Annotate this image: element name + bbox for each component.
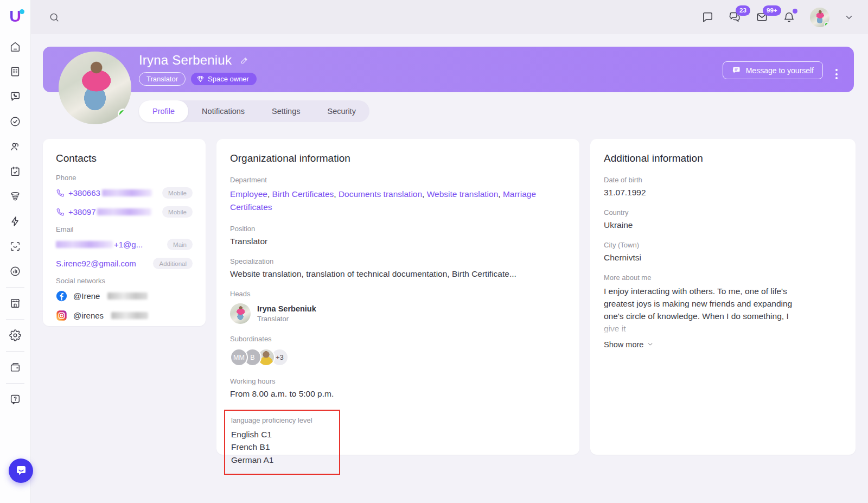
position-section: Position Translator: [230, 225, 566, 246]
phone-label: Phone: [56, 174, 193, 182]
tab-profile[interactable]: Profile: [139, 100, 188, 122]
position-label: Position: [230, 225, 566, 233]
notification-dot: [793, 9, 797, 14]
email-row: +1@g... Main: [56, 239, 193, 250]
department-link[interactable]: Employee: [230, 189, 267, 199]
sidebar-item-messenger[interactable]: [0, 84, 31, 109]
comment-bubble-icon: [701, 11, 714, 23]
support-chat-widget[interactable]: [9, 459, 33, 483]
head-person[interactable]: Iryna Serbeniuk Translator: [230, 303, 566, 324]
email-tag: Main: [167, 239, 193, 250]
about-section: More about me I enjoy interacting with o…: [604, 273, 842, 349]
email-link[interactable]: +1@g...: [114, 240, 143, 249]
head-avatar: [230, 303, 251, 324]
organizational-card: Organizational information Department Em…: [216, 139, 579, 455]
building-icon: [9, 66, 21, 78]
profile-photo[interactable]: [59, 52, 131, 124]
more-options-button[interactable]: [833, 67, 840, 81]
edit-name-button[interactable]: [240, 56, 249, 65]
phone-link[interactable]: +380663: [68, 188, 100, 198]
phone-row: +38097 Mobile: [56, 206, 193, 218]
facebook-handle: @Irene: [73, 291, 100, 301]
sidebar-item-help[interactable]: [0, 387, 31, 412]
city-value: Chernivtsi: [604, 253, 842, 263]
sidebar-nav: [0, 34, 31, 412]
phone-row: +380663 Mobile: [56, 187, 193, 199]
calendar-check-icon: [9, 165, 21, 177]
phone-link[interactable]: +38097: [68, 207, 95, 217]
specialization-section: Specialization Website translation, tran…: [230, 257, 566, 279]
sidebar-item-automations[interactable]: [0, 209, 31, 234]
redacted-handle: [107, 292, 148, 300]
language-item: English C1: [231, 428, 333, 441]
subordinates-label: Subordinates: [230, 335, 566, 343]
sidebar-item-tasks[interactable]: [0, 109, 31, 134]
account-menu-button[interactable]: [844, 12, 854, 22]
chevron-down-icon: [647, 341, 654, 348]
sidebar-item-calendar[interactable]: [0, 159, 31, 184]
message-to-yourself-button[interactable]: Message to yourself: [723, 61, 823, 79]
instagram-handle: @irenes: [73, 311, 104, 320]
department-link[interactable]: Documents translation: [339, 189, 422, 199]
sidebar-item-newsfeed[interactable]: [0, 59, 31, 84]
notifications-button[interactable]: [783, 11, 795, 23]
instagram-row[interactable]: @irenes: [56, 310, 193, 321]
facebook-icon: [56, 290, 67, 302]
heads-section: Heads Iryna Serbeniuk Translator: [230, 290, 566, 324]
sidebar-item-face-id[interactable]: [0, 234, 31, 259]
specialization-value: Website translation, translation of tech…: [230, 269, 566, 279]
mail-badge: 99+: [763, 5, 781, 16]
tab-security[interactable]: Security: [314, 100, 369, 122]
topbar: 23 99+: [31, 0, 868, 34]
redacted-phone: [97, 208, 151, 215]
subordinates-avatars: MM B +3: [230, 348, 566, 366]
contacts-title: Contacts: [56, 152, 193, 164]
text-fade-overlay: [604, 322, 795, 335]
sidebar-divider: [6, 383, 24, 384]
subordinates-section: Subordinates MM B +3: [230, 335, 566, 366]
facebook-row[interactable]: @Irene: [56, 290, 193, 302]
country-value: Ukraine: [604, 220, 842, 230]
department-link[interactable]: Birth Certificates: [272, 189, 334, 199]
language-item: German A1: [231, 454, 333, 466]
country-section: Country Ukraine: [604, 208, 842, 230]
sidebar-item-marketplace[interactable]: [0, 291, 31, 316]
show-more-button[interactable]: Show more: [604, 340, 654, 349]
additional-card: Additional information Date of birth 31.…: [590, 139, 856, 455]
email-label: Email: [56, 225, 193, 233]
email-link[interactable]: S.irene92@gmail.com: [56, 259, 136, 268]
language-proficiency-highlight: language proficiency level English C1 Fr…: [224, 410, 340, 475]
app-logo[interactable]: U: [5, 7, 25, 26]
search-button[interactable]: [49, 12, 60, 23]
chats-badge: 23: [736, 5, 750, 16]
sidebar-divider: [6, 351, 24, 352]
pencil-icon: [240, 56, 249, 65]
organizational-title: Organizational information: [230, 152, 566, 164]
home-icon: [9, 41, 21, 53]
sidebar-item-crm[interactable]: [0, 184, 31, 209]
logo-dot: [20, 9, 24, 14]
funnel-layers-icon: [9, 190, 21, 202]
sidebar-divider: [6, 287, 24, 288]
users-icon: [9, 141, 21, 152]
sidebar-item-analytics[interactable]: [0, 259, 31, 284]
subordinate-avatar[interactable]: MM: [230, 348, 248, 366]
sidebar-item-home[interactable]: [0, 34, 31, 59]
sidebar-item-settings[interactable]: [0, 323, 31, 348]
tab-notifications[interactable]: Notifications: [188, 100, 258, 122]
department-label: Department: [230, 176, 566, 184]
working-hours-label: Working hours: [230, 377, 566, 385]
country-label: Country: [604, 208, 842, 217]
user-avatar[interactable]: [810, 8, 829, 27]
head-name: Iryna Serbeniuk: [257, 304, 316, 313]
tab-settings[interactable]: Settings: [258, 100, 314, 122]
dob-section: Date of birth 31.07.1992: [604, 176, 842, 198]
sidebar-item-team[interactable]: [0, 134, 31, 159]
comments-button[interactable]: [701, 11, 714, 23]
chats-button[interactable]: 23: [729, 11, 741, 23]
mail-button[interactable]: 99+: [756, 11, 768, 23]
heads-label: Heads: [230, 290, 566, 298]
analytics-icon: [9, 265, 21, 277]
department-link[interactable]: Website translation: [427, 189, 499, 199]
sidebar-item-wallet[interactable]: [0, 355, 31, 380]
